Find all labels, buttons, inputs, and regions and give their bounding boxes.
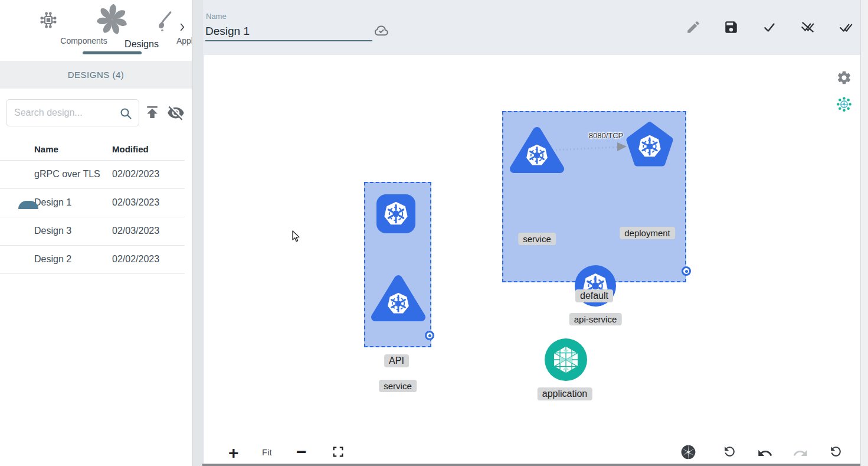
designs-table-header: Name Modified: [0, 137, 185, 161]
undeploy-icon[interactable]: [800, 19, 815, 35]
group-node-default[interactable]: service deployment 8080/TCP api-service: [502, 111, 686, 282]
deploy-icon[interactable]: [838, 19, 854, 35]
settings-gear-icon[interactable]: [836, 70, 852, 86]
zoom-in-button[interactable]: +: [228, 443, 239, 463]
design-name: Design 1: [34, 197, 71, 208]
designs-section-header: DESIGNS (4): [0, 61, 192, 89]
design-name: gRPC over TLS: [34, 169, 100, 180]
upload-design-icon[interactable]: [143, 103, 161, 121]
refresh-layout-icon[interactable]: [722, 444, 737, 459]
design-name: Design 2: [34, 254, 71, 265]
node-service[interactable]: [371, 274, 425, 322]
zoom-out-button[interactable]: −: [296, 442, 307, 462]
screenshot-shutter-icon[interactable]: [680, 444, 696, 460]
active-tab-underline: [83, 51, 142, 54]
node-label: api-service: [569, 313, 622, 325]
category-tabs: Components Designs: [0, 0, 192, 61]
design-name-underline: [205, 40, 372, 41]
column-modified[interactable]: Modified: [112, 144, 149, 154]
design-name-label: Name: [206, 12, 227, 21]
search-design-box: [6, 99, 139, 126]
designs-pinwheel-icon: [97, 4, 127, 35]
node-service[interactable]: [510, 126, 564, 174]
group-node-api[interactable]: pod service: [364, 182, 431, 347]
bottom-scrollbar[interactable]: [202, 464, 868, 466]
node-deployment[interactable]: [626, 121, 673, 167]
node-pod[interactable]: [376, 194, 415, 233]
group-label: API: [384, 354, 409, 367]
fullscreen-icon[interactable]: [332, 445, 345, 458]
node-label: service: [379, 380, 417, 392]
node-label: deployment: [620, 227, 675, 239]
right-scrollbar-track[interactable]: [860, 0, 868, 466]
save-icon[interactable]: [723, 19, 739, 35]
cloud-saved-icon: [373, 22, 389, 38]
validate-check-icon[interactable]: [762, 19, 777, 35]
components-icon: [39, 11, 58, 30]
design-name: Design 3: [34, 226, 71, 236]
search-icon[interactable]: [119, 106, 133, 120]
designs-count-label: DESIGNS (4): [68, 70, 125, 80]
reset-view-icon[interactable]: [828, 444, 843, 459]
edge-label: 8080/TCP: [589, 131, 624, 140]
visibility-off-icon[interactable]: [167, 104, 185, 122]
design-modified: 02/03/2023: [112, 197, 159, 208]
edit-pencil-icon[interactable]: [686, 19, 701, 35]
designs-sidebar: Name Modified gRPC over TLS 02/02/2023 D…: [0, 89, 192, 466]
design-canvas[interactable]: pod service API service deployment 8080/…: [204, 55, 860, 464]
node-label: application: [538, 387, 592, 400]
group-resize-handle[interactable]: [682, 266, 691, 276]
design-modified: 02/03/2023: [112, 226, 159, 236]
tabs-overflow-chevron-icon[interactable]: [177, 21, 188, 33]
redo-icon[interactable]: [792, 445, 808, 461]
group-label: default: [575, 289, 613, 302]
applications-icon: [155, 9, 175, 32]
designs-table: gRPC over TLS 02/02/2023 Design 1 02/03/…: [0, 161, 185, 274]
group-resize-handle[interactable]: [425, 331, 434, 340]
kubernetes-context-icon[interactable]: [836, 96, 852, 112]
node-label: service: [518, 233, 556, 245]
table-row[interactable]: gRPC over TLS 02/02/2023: [0, 161, 185, 189]
undo-icon[interactable]: [757, 445, 773, 461]
design-workspace: Name: [202, 0, 868, 466]
zoom-fit-button[interactable]: Fit: [262, 447, 272, 457]
design-name-input[interactable]: [205, 22, 372, 40]
column-name[interactable]: Name: [34, 144, 58, 154]
tab-components[interactable]: Components: [12, 0, 84, 61]
design-modified: 02/02/2023: [112, 254, 159, 265]
table-row[interactable]: Design 3 02/03/2023: [0, 217, 185, 246]
table-row[interactable]: Design 2 02/02/2023: [0, 246, 185, 274]
panel-divider[interactable]: [192, 0, 202, 466]
node-application[interactable]: [544, 338, 588, 382]
design-modified: 02/02/2023: [112, 169, 159, 180]
mouse-cursor: [290, 230, 302, 243]
